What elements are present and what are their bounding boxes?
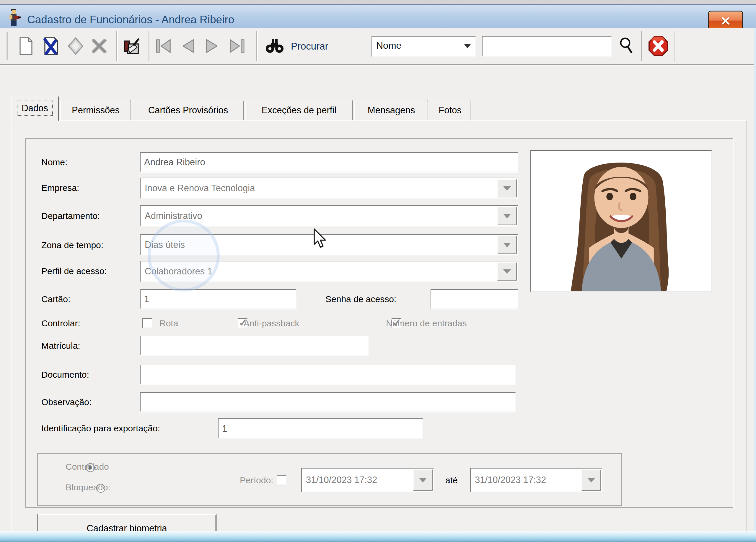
delete-record-icon — [43, 37, 59, 55]
delete-record-button[interactable] — [42, 32, 60, 60]
perfil-acesso-value: Colaboradores 1 — [145, 266, 212, 277]
dropdown-button[interactable] — [497, 236, 517, 254]
matricula-label: Matrícula: — [41, 341, 80, 351]
tab-mensagens[interactable]: Mensagens — [354, 100, 428, 121]
nome-label: Nome: — [41, 157, 67, 167]
toolbar-grip[interactable] — [6, 32, 8, 60]
search-input[interactable] — [483, 37, 611, 56]
tab-dados[interactable]: Dados — [11, 96, 59, 121]
magnifier-icon — [617, 37, 635, 55]
senha-field[interactable] — [431, 289, 518, 309]
next-record-button[interactable] — [203, 32, 221, 60]
find-label[interactable]: Procurar — [291, 41, 328, 52]
mouse-cursor — [312, 229, 328, 250]
senha-input[interactable] — [431, 290, 518, 308]
observacao-field[interactable] — [140, 392, 516, 412]
dropdown-button[interactable] — [497, 207, 517, 225]
documento-input[interactable] — [141, 365, 515, 384]
edit-record-button[interactable] — [123, 32, 141, 60]
observacao-label: Observação: — [41, 397, 92, 407]
id-exportacao-input[interactable] — [219, 419, 422, 438]
chevron-down-icon — [503, 243, 511, 247]
toolbar-separator — [641, 31, 642, 61]
empresa-combobox[interactable]: Inova e Renova Tecnologia — [140, 178, 518, 199]
find-button[interactable] — [264, 32, 285, 60]
previous-record-icon — [180, 38, 196, 54]
tab-fotos[interactable]: Fotos — [430, 100, 470, 121]
toolbar-separator — [116, 31, 118, 61]
tab-label: Exceções de perfil — [262, 105, 336, 116]
new-record-button[interactable] — [17, 32, 35, 60]
window-titlebar[interactable]: Cadastro de Funcionários - Andrea Ribeir… — [0, 4, 756, 29]
numero-entradas-label: Número de entradas — [386, 318, 467, 328]
dropdown-button[interactable] — [413, 469, 433, 491]
first-record-button[interactable] — [155, 32, 172, 60]
exit-button[interactable] — [647, 32, 669, 60]
dropdown-button[interactable] — [581, 469, 601, 491]
id-exportacao-label: Identificação para exportação: — [41, 423, 160, 433]
matricula-input[interactable] — [141, 336, 368, 355]
zona-tempo-value: Dias úteis — [145, 240, 185, 250]
tab-excecoes-de-perfil[interactable]: Exceções de perfil — [245, 100, 353, 121]
previous-record-button[interactable] — [179, 32, 197, 60]
senha-label: Senha de acesso: — [325, 294, 396, 304]
anti-passback-label: Anti-passback — [244, 318, 299, 328]
save-record-icon — [67, 37, 84, 55]
window-right-border — [754, 28, 756, 542]
magnifier-button[interactable] — [617, 32, 636, 60]
tab-permissoes[interactable]: Permissões — [60, 100, 131, 121]
cartao-field[interactable] — [140, 289, 296, 309]
tab-strip: Dados Permissões Cartões Provisórios Exc… — [11, 96, 472, 121]
tab-label: Fotos — [439, 105, 462, 116]
tab-label: Cartões Provisórios — [148, 105, 228, 116]
departamento-value: Administrativo — [145, 211, 202, 221]
perfil-acesso-label: Perfil de acesso: — [41, 266, 107, 276]
periodo-to-value: 31/10/2023 17:32 — [475, 475, 546, 485]
search-field-selected: Nome — [376, 40, 401, 51]
departamento-combobox[interactable]: Administrativo — [140, 205, 518, 227]
window-client-area: Procurar Nome — [0, 28, 754, 531]
chevron-down-icon — [503, 186, 511, 191]
perfil-acesso-combobox[interactable]: Colaboradores 1 — [140, 261, 518, 282]
toolbar-separator — [256, 31, 258, 61]
periodo-checkbox[interactable] — [277, 475, 287, 485]
rota-label: Rota — [159, 318, 178, 328]
employee-photo — [530, 150, 712, 292]
departamento-label: Departamento: — [41, 211, 100, 221]
nome-input[interactable] — [141, 153, 518, 172]
cancel-edit-icon — [91, 38, 107, 54]
nome-field[interactable] — [140, 152, 518, 172]
controlado-label: Controlado — [66, 462, 109, 472]
cartao-input[interactable] — [141, 290, 296, 308]
cartao-label: Cartão: — [41, 294, 70, 304]
chevron-down-icon — [419, 478, 427, 482]
dropdown-button[interactable] — [497, 179, 517, 198]
tab-label: Dados — [17, 101, 53, 116]
tab-label: Mensagens — [368, 105, 415, 116]
rota-checkbox[interactable] — [142, 318, 152, 328]
search-input-box[interactable] — [482, 36, 612, 57]
periodo-to-datepicker[interactable]: 31/10/2023 17:32 — [470, 468, 602, 492]
screen: Cadastro de Funcionários - Andrea Ribeir… — [0, 0, 756, 542]
app-person-icon — [6, 8, 21, 27]
save-record-button[interactable] — [67, 32, 84, 60]
zona-tempo-label: Zona de tempo: — [41, 240, 103, 250]
search-field-combobox[interactable]: Nome — [372, 36, 476, 57]
dropdown-button[interactable] — [497, 262, 517, 280]
tab-cartoes-provisorios[interactable]: Cartões Provisórios — [133, 100, 244, 121]
last-record-button[interactable] — [228, 32, 246, 60]
empresa-value: Inova e Renova Tecnologia — [145, 183, 255, 194]
periodo-from-value: 31/10/2023 17:32 — [306, 475, 377, 485]
chevron-down-icon — [503, 214, 511, 218]
ate-label: até — [445, 475, 458, 485]
cancel-edit-button[interactable] — [90, 32, 108, 60]
periodo-label: Período: — [240, 475, 273, 485]
binoculars-icon — [265, 38, 284, 54]
documento-field[interactable] — [140, 365, 516, 384]
zona-tempo-combobox[interactable]: Dias úteis — [140, 234, 518, 256]
observacao-input[interactable] — [141, 393, 515, 411]
id-exportacao-field[interactable] — [218, 418, 423, 439]
first-record-icon — [155, 38, 172, 54]
matricula-field[interactable] — [140, 336, 369, 355]
periodo-from-datepicker[interactable]: 31/10/2023 17:32 — [301, 468, 434, 492]
